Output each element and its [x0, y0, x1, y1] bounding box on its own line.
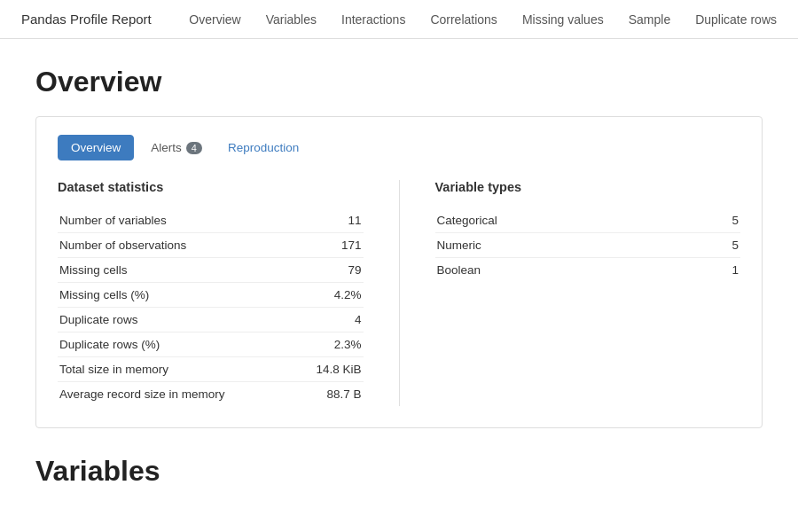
- table-row: Number of variables 11: [58, 208, 364, 233]
- tab-bar: Overview Alerts 4 Reproduction: [58, 135, 740, 160]
- vtype-value: 1: [699, 258, 740, 283]
- main-nav: Overview Variables Interactions Correlat…: [189, 12, 777, 27]
- overview-card: Overview Alerts 4 Reproduction Dataset s…: [35, 116, 763, 428]
- dataset-stats-title: Dataset statistics: [58, 180, 364, 200]
- table-row: Missing cells (%) 4.2%: [58, 283, 364, 308]
- nav-variables[interactable]: Variables: [266, 12, 317, 27]
- table-row: Average record size in memory 88.7 B: [58, 382, 364, 407]
- stat-label: Average record size in memory: [58, 382, 294, 407]
- stat-value: 14.8 KiB: [294, 357, 363, 382]
- tab-alerts[interactable]: Alerts 4: [137, 135, 215, 160]
- vtype-value: 5: [699, 233, 740, 258]
- stat-label: Duplicate rows: [58, 308, 294, 332]
- table-row: Numeric 5: [435, 233, 741, 258]
- header: Pandas Profile Report Overview Variables…: [0, 0, 798, 39]
- nav-correlations[interactable]: Correlations: [430, 12, 497, 27]
- nav-sample[interactable]: Sample: [629, 12, 670, 27]
- vtype-label: Numeric: [435, 233, 699, 258]
- table-row: Boolean 1: [435, 258, 741, 283]
- variables-heading: Variables: [35, 455, 763, 488]
- table-row: Missing cells 79: [58, 258, 364, 283]
- nav-interactions[interactable]: Interactions: [341, 12, 405, 27]
- vtype-label: Boolean: [435, 258, 699, 283]
- nav-missing-values[interactable]: Missing values: [522, 12, 604, 27]
- vtype-label: Categorical: [435, 208, 699, 233]
- stats-container: Dataset statistics Number of variables 1…: [58, 180, 740, 406]
- variable-types-title: Variable types: [435, 180, 741, 200]
- stat-label: Number of variables: [58, 208, 294, 233]
- nav-duplicate-rows[interactable]: Duplicate rows: [695, 12, 777, 27]
- alerts-badge: 4: [186, 142, 202, 154]
- variable-types-table: Categorical 5 Numeric 5 Boolean 1: [435, 208, 741, 282]
- variable-types-section: Variable types Categorical 5 Numeric 5 B…: [435, 180, 741, 406]
- stat-value: 11: [294, 208, 363, 233]
- stat-value: 79: [294, 258, 363, 283]
- stat-value: 4: [294, 308, 363, 332]
- stat-value: 88.7 B: [294, 382, 363, 407]
- tab-reproduction[interactable]: Reproduction: [219, 135, 308, 160]
- stat-label: Missing cells: [58, 258, 294, 283]
- column-divider: [399, 180, 400, 406]
- table-row: Duplicate rows (%) 2.3%: [58, 332, 364, 357]
- stat-label: Duplicate rows (%): [58, 332, 294, 357]
- stat-value: 2.3%: [294, 332, 363, 357]
- overview-heading: Overview: [35, 66, 763, 98]
- table-row: Number of observations 171: [58, 233, 364, 258]
- table-row: Categorical 5: [435, 208, 741, 233]
- table-row: Total size in memory 14.8 KiB: [58, 357, 364, 382]
- dataset-statistics-section: Dataset statistics Number of variables 1…: [58, 180, 364, 406]
- stat-label: Number of observations: [58, 233, 294, 258]
- dataset-stats-table: Number of variables 11 Number of observa…: [58, 208, 364, 406]
- brand-title: Pandas Profile Report: [21, 12, 152, 27]
- tab-overview[interactable]: Overview: [58, 135, 134, 160]
- main-content: Overview Overview Alerts 4 Reproduction …: [0, 39, 798, 505]
- stat-value: 171: [294, 233, 363, 258]
- nav-overview[interactable]: Overview: [189, 12, 240, 27]
- vtype-value: 5: [699, 208, 740, 233]
- table-row: Duplicate rows 4: [58, 308, 364, 332]
- stat-value: 4.2%: [294, 283, 363, 308]
- stat-label: Total size in memory: [58, 357, 294, 382]
- stat-label: Missing cells (%): [58, 283, 294, 308]
